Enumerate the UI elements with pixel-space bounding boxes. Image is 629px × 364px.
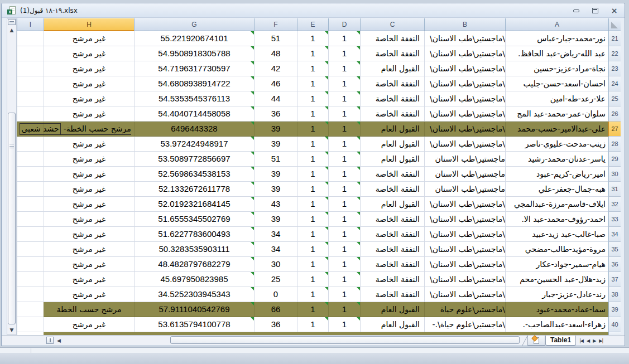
vertical-scroll-thumb[interactable]: [8, 113, 16, 324]
cell-b40[interactable]: \ماجستير\علوم حياة\.-: [424, 317, 505, 332]
cell-h30[interactable]: غير مرشح: [44, 167, 134, 182]
cell-h32[interactable]: غير مرشح: [44, 197, 134, 212]
cell-c25[interactable]: النفقة الخاصة: [360, 91, 424, 106]
cell-g25[interactable]: 54.5353545376113: [134, 91, 254, 106]
cell-e29[interactable]: 1: [297, 152, 328, 167]
cell-h21[interactable]: غير مرشح: [44, 31, 134, 46]
cell-c38[interactable]: النفقة الخاصة: [360, 287, 424, 302]
cell-c28[interactable]: القبول العام: [360, 137, 424, 152]
cell-h36[interactable]: غير مرشح: [44, 257, 134, 272]
cell-d37[interactable]: 1: [328, 272, 360, 287]
cell-i26[interactable]: [17, 106, 44, 122]
cell-h33[interactable]: غير مرشح: [44, 212, 134, 227]
row-header-39[interactable]: 39: [608, 302, 621, 317]
row-header-29[interactable]: 29: [608, 152, 621, 167]
cell-g33[interactable]: 51.6555345502769: [134, 212, 254, 227]
cell-a28[interactable]: زينب-مدحت-عليوي-ناصر: [505, 137, 608, 152]
horizontal-scroll-thumb[interactable]: [170, 336, 520, 344]
cell-g37[interactable]: 45.697950823985: [134, 272, 254, 287]
cell-h22[interactable]: غير مرشح: [44, 46, 134, 61]
cell-h23[interactable]: غير مرشح: [44, 61, 134, 76]
cell-f36[interactable]: 30: [254, 257, 297, 272]
cell-h25[interactable]: غير مرشح: [44, 91, 134, 106]
cell-d22[interactable]: 1: [328, 46, 360, 61]
cell-a34[interactable]: صبا-غالب-عبد زيد-عبيد: [505, 227, 608, 242]
cell-f40[interactable]: 36: [254, 317, 297, 332]
cell-g29[interactable]: 53.5089772856697: [134, 152, 254, 167]
cell-g24[interactable]: 54.6808938914722: [134, 76, 254, 91]
cell-a25[interactable]: علا-رعد-طه-امين: [505, 91, 608, 106]
cell-h34[interactable]: غير مرشح: [44, 227, 134, 242]
cell-i25[interactable]: [17, 91, 44, 106]
cell-f25[interactable]: 44: [254, 91, 297, 106]
sheet-tab-table1[interactable]: Table1: [545, 336, 576, 346]
cell-e37[interactable]: 1: [297, 272, 328, 287]
cell-g36[interactable]: 48.4828797682279: [134, 257, 254, 272]
row-header-26[interactable]: 26: [608, 106, 621, 122]
cell-h31[interactable]: غير مرشح: [44, 182, 134, 197]
row-header-22[interactable]: 22: [608, 46, 621, 61]
cell-e23[interactable]: 1: [297, 61, 328, 76]
column-header-d[interactable]: D: [328, 18, 360, 31]
row-header-25[interactable]: 25: [608, 91, 621, 106]
cell-c39[interactable]: القبول العام: [360, 302, 424, 317]
cell-a30[interactable]: امير-رياض-كريم-عبود: [505, 167, 608, 182]
cell-f26[interactable]: 36: [254, 106, 297, 122]
cell-c37[interactable]: النفقة الخاصة: [360, 272, 424, 287]
cell-e36[interactable]: 1: [297, 257, 328, 272]
cell-g38[interactable]: 34.5252303945343: [134, 287, 254, 302]
cell-i22[interactable]: [17, 46, 44, 61]
cell-b35[interactable]: \ماجستير\طب الاسنان\: [424, 242, 505, 257]
cell-a26[interactable]: سلوان-عمر-محمد-عبد المج: [505, 106, 608, 122]
cell-b22[interactable]: \ماجستير\طب الاسنان\: [424, 46, 505, 61]
cell-g23[interactable]: 54.7196317730597: [134, 61, 254, 76]
cell-g22[interactable]: 54.9508918305788: [134, 46, 254, 61]
cell-b34[interactable]: \ماجستير\طب الاسنان\: [424, 227, 505, 242]
cell-h28[interactable]: غير مرشح: [44, 137, 134, 152]
cell-b31[interactable]: ماجستير\طب الاسنان: [424, 182, 505, 197]
cell-a32[interactable]: ايلاف-قاسم-مرزة-عبدالمجي: [505, 197, 608, 212]
cell-d26[interactable]: 1: [328, 106, 360, 122]
cell-a33[interactable]: احمد-رؤوف-محمد-عبد الا.: [505, 212, 608, 227]
first-sheet-icon[interactable]: |◀: [579, 338, 583, 343]
cell-g35[interactable]: 50.3283535903111: [134, 242, 254, 257]
cell-d33[interactable]: 1: [328, 212, 360, 227]
cell-e25[interactable]: 1: [297, 91, 328, 106]
cell-h29[interactable]: غير مرشح: [44, 152, 134, 167]
cell-f22[interactable]: 48: [254, 46, 297, 61]
cell-g27[interactable]: 6496443328: [134, 122, 254, 137]
cell-d36[interactable]: 1: [328, 257, 360, 272]
row-header-37[interactable]: 37: [608, 272, 621, 287]
cell-f24[interactable]: 46: [254, 76, 297, 91]
cell-g28[interactable]: 53.972424948917: [134, 137, 254, 152]
row-header-38[interactable]: 38: [608, 287, 621, 302]
cell-e34[interactable]: 1: [297, 227, 328, 242]
cell-b26[interactable]: \ماجستير\طب الاسنان\: [424, 106, 505, 122]
cell-e21[interactable]: 1: [297, 31, 328, 46]
cell-a39[interactable]: سما-عماد-محمد-عبود: [505, 302, 608, 317]
cell-i36[interactable]: [17, 257, 44, 272]
cell-b23[interactable]: \ماجستير\طب الاسنان\: [424, 61, 505, 76]
cell-b39[interactable]: \ماجستير\علوم حياة: [424, 302, 505, 317]
cell-a29[interactable]: ياسر-عدنان-محمد-رشيد: [505, 152, 608, 167]
next-sheet-icon[interactable]: ▶: [593, 338, 596, 343]
cell-f38[interactable]: 0: [254, 287, 297, 302]
cell-e35[interactable]: 1: [297, 242, 328, 257]
minimize-icon[interactable]: [569, 6, 583, 15]
cell-g34[interactable]: 51.6227783600493: [134, 227, 254, 242]
last-sheet-icon[interactable]: ▶|: [599, 338, 603, 343]
cell-e39[interactable]: 1: [297, 302, 328, 317]
vertical-scrollbar[interactable]: ▲ ▼: [7, 18, 17, 335]
cell-i33[interactable]: [17, 212, 44, 227]
cell-d30[interactable]: 1: [328, 167, 360, 182]
cell-i24[interactable]: [17, 76, 44, 91]
close-icon[interactable]: ×: [607, 6, 621, 15]
cell-h38[interactable]: غير مرشح: [44, 287, 134, 302]
insert-worksheet-icon[interactable]: [527, 336, 545, 346]
cell-d29[interactable]: 1: [328, 152, 360, 167]
cell-d35[interactable]: 1: [328, 242, 360, 257]
cell-d25[interactable]: 1: [328, 91, 360, 106]
cell-d32[interactable]: 1: [328, 197, 360, 212]
cell-b37[interactable]: \ماجستير\طب الاسنان\: [424, 272, 505, 287]
cell-a24[interactable]: احسان-اسعد-حسن-جليب: [505, 76, 608, 91]
